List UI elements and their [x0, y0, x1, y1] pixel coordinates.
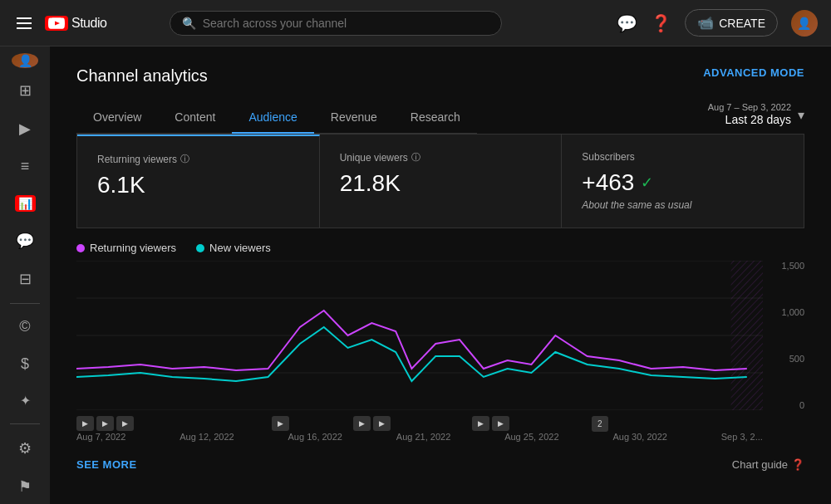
tab-revenue[interactable]: Revenue	[314, 102, 394, 134]
sidebar-item-dashboard[interactable]: ⊞	[0, 73, 50, 108]
dashboard-icon: ⊞	[19, 81, 32, 100]
comments-icon: 💬	[16, 232, 34, 250]
logo[interactable]: Studio	[45, 16, 106, 31]
video-marker-2[interactable]: ▶	[96, 416, 114, 431]
tab-research[interactable]: Research	[394, 102, 477, 134]
video-marker-5[interactable]: ▶	[353, 416, 371, 431]
play-icon-4: ▶	[278, 419, 283, 428]
returning-viewers-info-icon[interactable]: ⓘ	[180, 153, 189, 165]
date-selector[interactable]: Aug 7 – Sep 3, 2022 Last 28 days ▾	[708, 102, 804, 127]
analytics-icon: 📊	[15, 195, 36, 212]
video-marker-6[interactable]: ▶	[373, 416, 391, 431]
subscribers-value: +463	[582, 169, 634, 196]
play-icon-6: ▶	[379, 419, 385, 428]
date-dropdown-icon[interactable]: ▾	[798, 107, 804, 123]
sidebar-item-feedback[interactable]: ⚑	[0, 469, 50, 504]
unique-viewers-value: 21.8K	[340, 170, 401, 197]
advanced-mode-button[interactable]: ADVANCED MODE	[703, 66, 804, 79]
sidebar-divider-2	[10, 423, 40, 424]
top-navigation: Studio 🔍 💬 ❓ 📹 CREATE 👤	[0, 0, 831, 46]
new-viewers-dot	[196, 244, 204, 252]
search-input[interactable]	[203, 17, 489, 30]
play-icon-3: ▶	[122, 419, 128, 428]
sidebar-item-customization[interactable]: ✦	[0, 384, 50, 417]
chart-guide-button[interactable]: Chart guide ❓	[732, 458, 804, 471]
tab-overview[interactable]: Overview	[76, 102, 158, 134]
legend-new-viewers[interactable]: New viewers	[196, 242, 271, 254]
chart-svg	[76, 261, 763, 410]
count-badge: 2	[597, 419, 602, 428]
video-marker-group-1: ▶ ▶ ▶	[76, 416, 134, 431]
camera-icon: 📹	[697, 15, 714, 31]
date-label-4: Aug 25, 2022	[504, 432, 558, 442]
video-marker-8[interactable]: ▶	[492, 416, 509, 431]
search-bar[interactable]: 🔍	[170, 11, 502, 36]
sidebar-item-subtitles[interactable]: ⊟	[0, 262, 50, 296]
page-header: Channel analytics ADVANCED MODE	[76, 66, 804, 86]
chart-container	[76, 261, 763, 410]
y-axis-label-0: 0	[770, 400, 804, 410]
analytics-tabs: Overview Content Audience Revenue Resear…	[76, 102, 477, 134]
y-axis-label-500: 500	[770, 354, 804, 364]
help-icon[interactable]: ❓	[651, 13, 671, 33]
play-icon-8: ▶	[498, 419, 504, 428]
sidebar-item-monetization[interactable]: $	[0, 347, 50, 381]
date-range: Aug 7 – Sep 3, 2022	[708, 102, 791, 112]
sidebar-item-content[interactable]: ▶	[0, 111, 50, 146]
page-title: Channel analytics	[76, 66, 208, 86]
chart-main: ▶ ▶ ▶ ▶ ▶ ▶ ▶ ▶ 2	[76, 261, 763, 452]
video-marker-group-5: 2	[592, 416, 608, 432]
sidebar-item-copyright[interactable]: ©	[0, 310, 50, 344]
video-marker-1[interactable]: ▶	[76, 416, 94, 431]
metric-returning-viewers[interactable]: Returning viewers ⓘ 6.1K	[77, 135, 320, 228]
returning-viewers-line	[76, 311, 747, 370]
x-axis-labels: Aug 7, 2022 Aug 12, 2022 Aug 16, 2022 Au…	[76, 432, 763, 442]
settings-icon: ⚙	[18, 439, 32, 458]
play-icon-1: ▶	[82, 419, 88, 428]
feedback-icon: ⚑	[18, 477, 32, 496]
playlists-icon: ≡	[21, 158, 30, 175]
sidebar-item-settings[interactable]: ⚙	[0, 431, 50, 466]
video-marker-4[interactable]: ▶	[272, 416, 289, 431]
tab-content[interactable]: Content	[158, 102, 232, 134]
metrics-row: Returning viewers ⓘ 6.1K Unique viewers …	[76, 134, 804, 228]
video-marker-9[interactable]: 2	[592, 416, 608, 432]
sidebar-item-playlists[interactable]: ≡	[0, 149, 50, 183]
returning-viewers-value: 6.1K	[97, 172, 145, 198]
metric-unique-viewers[interactable]: Unique viewers ⓘ 21.8K	[320, 135, 563, 228]
video-markers-row: ▶ ▶ ▶ ▶ ▶ ▶ ▶ ▶ 2	[76, 420, 763, 427]
monetization-icon: $	[21, 355, 29, 373]
y-axis: 1,500 1,000 500 0	[763, 261, 804, 410]
sidebar-divider	[10, 303, 40, 304]
youtube-logo	[45, 16, 68, 31]
tab-audience[interactable]: Audience	[232, 102, 313, 134]
avatar[interactable]: 👤	[791, 10, 818, 37]
search-icon: 🔍	[182, 17, 196, 30]
sidebar-avatar[interactable]: 👤	[12, 53, 38, 68]
messages-icon[interactable]: 💬	[617, 13, 637, 33]
date-label-1: Aug 12, 2022	[179, 432, 234, 442]
sidebar-item-analytics[interactable]: 📊	[0, 187, 50, 220]
hamburger-menu[interactable]	[13, 14, 35, 32]
video-marker-7[interactable]: ▶	[472, 416, 489, 431]
date-label: Last 28 days	[725, 113, 791, 126]
sidebar: 👤 ⊞ ▶ ≡ 📊 💬 ⊟ © $ ✦ ⚙ ⚑	[0, 46, 50, 504]
content-icon: ▶	[19, 120, 31, 138]
copyright-icon: ©	[19, 318, 30, 335]
youtube-play-icon	[48, 17, 65, 29]
video-marker-3[interactable]: ▶	[116, 416, 134, 431]
see-more-button[interactable]: SEE MORE	[76, 458, 137, 471]
unique-viewers-info-icon[interactable]: ⓘ	[411, 151, 420, 164]
date-label-3: Aug 21, 2022	[396, 432, 450, 442]
legend-returning-viewers[interactable]: Returning viewers	[76, 242, 176, 254]
studio-text: Studio	[71, 16, 106, 31]
video-marker-group-3: ▶ ▶	[353, 416, 391, 431]
sidebar-item-comments[interactable]: 💬	[0, 223, 50, 258]
create-button[interactable]: 📹 CREATE	[685, 9, 778, 37]
metric-subscribers[interactable]: Subscribers +463 ✓ About the same as usu…	[562, 135, 804, 228]
svg-rect-7	[731, 261, 763, 410]
y-axis-label-1000: 1,000	[770, 307, 804, 317]
chart-area: ▶ ▶ ▶ ▶ ▶ ▶ ▶ ▶ 2	[76, 261, 804, 452]
subscribers-label: Subscribers	[582, 151, 634, 163]
nav-icons: 💬 ❓ 📹 CREATE 👤	[617, 9, 818, 37]
